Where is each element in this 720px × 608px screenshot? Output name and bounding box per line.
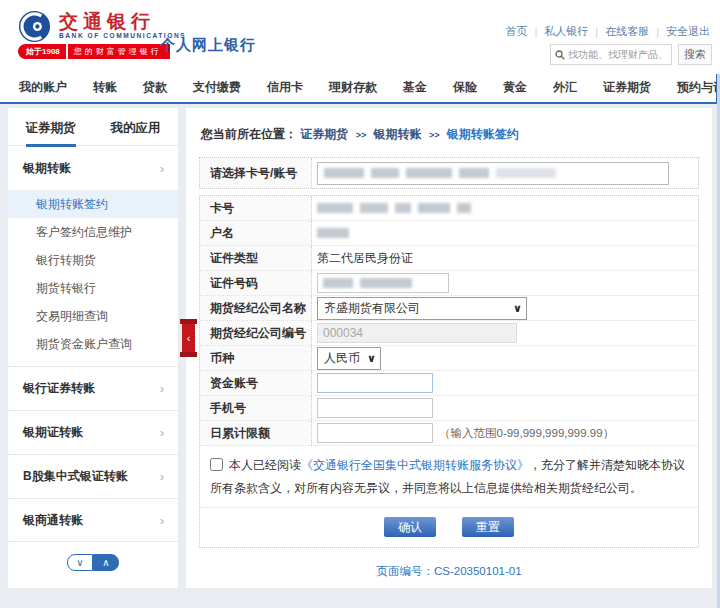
- tagline-text: 您的财富管理银行: [68, 44, 170, 59]
- card-number-redacted: [496, 168, 556, 178]
- form-row-id-type: 证件类型 第二代居民身份证: [200, 246, 698, 271]
- nav-funds[interactable]: 基金: [390, 79, 440, 96]
- id-number-redacted: [323, 278, 353, 288]
- page-code: 页面编号：CS-20350101-01: [199, 564, 699, 579]
- nav-wealth-deposit[interactable]: 理财存款: [316, 79, 390, 96]
- sidebar-item-futures-account-query[interactable]: 期货资金账户查询: [8, 330, 178, 358]
- search-field-wrap: [550, 44, 672, 65]
- nav-insurance[interactable]: 保险: [440, 79, 490, 96]
- form-row-futures-company-name: 期货经纪公司名称 齐盛期货有限公司 ∨: [200, 296, 698, 321]
- sidebar-item-signup-info-maintain[interactable]: 客户签约信息维护: [8, 218, 178, 246]
- select-arrow-icon: ∨: [361, 352, 376, 365]
- form-row-daily-limit: 日累计限额 （输入范围0-99,999,999,999.99）: [200, 421, 698, 446]
- link-safe-logout[interactable]: 安全退出: [666, 24, 710, 39]
- sidebar-item-transaction-detail-query[interactable]: 交易明细查询: [8, 302, 178, 330]
- nav-forex[interactable]: 外汇: [540, 79, 590, 96]
- card-number-redacted: [459, 168, 489, 178]
- sidebar-group-bank-securities-transfer[interactable]: 银行证券转账 ›: [8, 366, 178, 410]
- funds-account-input[interactable]: [317, 373, 433, 393]
- breadcrumb-separator: >>: [429, 130, 440, 140]
- id-number-redacted: [360, 278, 412, 288]
- signup-form: 卡号 户名 证件类型 第二代居民身份证 证件号码: [199, 195, 699, 548]
- button-row: 确认 重置: [200, 508, 698, 547]
- mobile-input[interactable]: [317, 398, 433, 418]
- breadcrumb-current: 银期转账签约: [447, 127, 519, 141]
- futures-company-code-input: [317, 323, 517, 343]
- breadcrumb-securities-futures[interactable]: 证券期货: [300, 127, 348, 141]
- breadcrumb: 您当前所在位置： 证券期货 >> 银期转账 >> 银期转账签约: [201, 126, 699, 143]
- card-number-redacted: [395, 203, 411, 213]
- reset-button[interactable]: 重置: [462, 517, 514, 537]
- nav-transfer[interactable]: 转账: [80, 79, 130, 96]
- link-separator: |: [595, 26, 598, 38]
- id-number-box: [317, 273, 449, 293]
- sidebar: 证券期货 我的应用 银期转账 › 银期转账签约 客户签约信息维护 银行转期货 期…: [8, 108, 178, 588]
- form-row-funds-account: 资金账号: [200, 371, 698, 396]
- breadcrumb-bank-futures-transfer[interactable]: 银期转账: [374, 127, 422, 141]
- sidebar-item-bank-to-futures[interactable]: 银行转期货: [8, 246, 178, 274]
- nav-loans[interactable]: 贷款: [130, 79, 180, 96]
- bank-logo-icon: [18, 10, 51, 43]
- account-name-redacted: [317, 228, 349, 238]
- form-row-id-number: 证件号码: [200, 271, 698, 296]
- sidebar-group-bank-futures-transfer[interactable]: 银期转账 ›: [8, 146, 178, 190]
- link-home[interactable]: 首页: [505, 24, 527, 39]
- top-links: 首页| 私人银行| 在线客服| 安全退出: [505, 24, 710, 39]
- card-number-redacted: [324, 168, 364, 178]
- chevron-right-icon: ›: [160, 469, 164, 484]
- portal-title: 个人网上银行: [160, 36, 256, 55]
- card-select-dropdown[interactable]: [317, 162, 669, 185]
- chevron-up-icon: ∧: [102, 557, 109, 568]
- link-separator: |: [534, 26, 537, 38]
- agreement-row: 本人已经阅读《交通银行全国集中式银期转账服务协议》，充分了解并清楚知晓本协议所有…: [200, 446, 698, 508]
- sidebar-group-bshare-transfer[interactable]: B股集中式银证转账 ›: [8, 454, 178, 498]
- bank-tagline: 始于1908 您的财富管理银行: [18, 44, 170, 58]
- futures-company-value: 齐盛期货有限公司: [324, 300, 420, 317]
- chevron-right-icon: ›: [160, 161, 164, 176]
- pager-down-button[interactable]: ∨: [67, 554, 93, 571]
- sidebar-item-signup[interactable]: 银期转账签约: [8, 190, 178, 218]
- sidebar-group-yinshangtong-transfer[interactable]: 银商通转账 ›: [8, 498, 178, 542]
- card-number-redacted: [457, 203, 471, 213]
- nav-credit-card[interactable]: 信用卡: [254, 79, 316, 96]
- link-private-banking[interactable]: 私人银行: [544, 24, 588, 39]
- chevron-down-icon: ∨: [76, 557, 83, 568]
- currency-dropdown[interactable]: 人民币 ∨: [317, 347, 381, 370]
- chevron-right-icon: ›: [160, 381, 164, 396]
- card-select-box: 请选择卡号/账号: [199, 157, 699, 189]
- card-number-redacted: [418, 203, 450, 213]
- card-number-redacted: [371, 168, 399, 178]
- nav-payments[interactable]: 支付缴费: [180, 79, 254, 96]
- card-number-redacted: [360, 203, 388, 213]
- search-button[interactable]: 搜索: [678, 44, 712, 65]
- id-type-value: 第二代居民身份证: [317, 250, 413, 267]
- tab-my-apps[interactable]: 我的应用: [93, 108, 178, 145]
- sidebar-pager: ∨ ∧: [8, 554, 178, 571]
- link-online-service[interactable]: 在线客服: [605, 24, 649, 39]
- sidebar-group-bank-futures-cert-transfer[interactable]: 银期证转账 ›: [8, 410, 178, 454]
- tab-securities-futures[interactable]: 证券期货: [8, 108, 93, 145]
- form-row-account-name: 户名: [200, 221, 698, 246]
- daily-limit-input[interactable]: [317, 423, 433, 443]
- currency-value: 人民币: [324, 350, 360, 367]
- pager-up-button[interactable]: ∧: [93, 554, 119, 571]
- main-nav: 我的账户 转账 贷款 支付缴费 信用卡 理财存款 基金 保险 黄金 外汇 证券期…: [0, 72, 720, 104]
- form-row-card-number: 卡号: [200, 196, 698, 221]
- nav-my-accounts[interactable]: 我的账户: [6, 79, 80, 96]
- nav-securities-futures[interactable]: 证券期货: [590, 79, 664, 96]
- search-bar: 搜索: [550, 44, 712, 65]
- sidebar-collapse-button[interactable]: ‹: [182, 322, 195, 354]
- card-number-redacted: [317, 203, 353, 213]
- header: 交通银行 BANK OF COMMUNICATIONS 始于1908 您的财富管…: [0, 0, 720, 72]
- nav-appointments-settings[interactable]: 预约与设置: [664, 79, 720, 96]
- futures-company-dropdown[interactable]: 齐盛期货有限公司 ∨: [317, 297, 527, 320]
- agreement-checkbox[interactable]: [210, 458, 223, 471]
- search-input[interactable]: [568, 49, 667, 60]
- agreement-link[interactable]: 《交通银行全国集中式银期转账服务协议》: [301, 458, 529, 472]
- sidebar-item-futures-to-bank[interactable]: 期货转银行: [8, 274, 178, 302]
- card-number-redacted: [406, 168, 452, 178]
- nav-gold[interactable]: 黄金: [490, 79, 540, 96]
- sidebar-submenu: 银期转账签约 客户签约信息维护 银行转期货 期货转银行 交易明细查询 期货资金账…: [8, 190, 178, 366]
- confirm-button[interactable]: 确认: [384, 517, 436, 537]
- breadcrumb-separator: >>: [356, 130, 367, 140]
